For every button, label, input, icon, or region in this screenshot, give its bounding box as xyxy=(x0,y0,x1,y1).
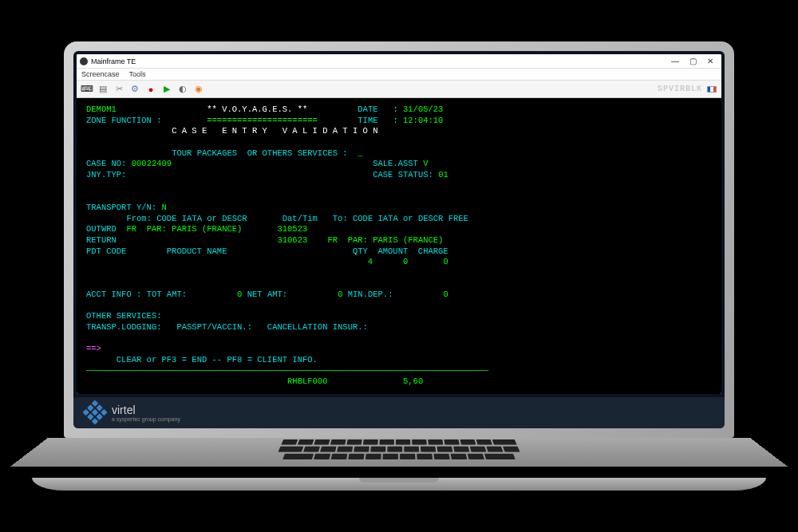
orange-icon[interactable]: ◉ xyxy=(193,84,204,95)
dattim-label: Dat/Tim xyxy=(282,214,318,223)
cancel-insur: CANCELLATION INSUR.: xyxy=(267,322,368,332)
jny-typ-label: JNY.TYP: xyxy=(86,170,126,179)
laptop-notch xyxy=(359,478,439,483)
flag-fr-icon[interactable] xyxy=(707,86,717,93)
status-code: RHBLF000 xyxy=(287,376,327,386)
case-no-label: CASE NO: xyxy=(86,159,126,168)
virtel-logo-icon xyxy=(82,400,107,425)
time-value: 12:04:10 xyxy=(403,116,443,125)
zone-label: ZONE FUNCTION : xyxy=(86,116,162,125)
amount[interactable]: 0 xyxy=(403,257,408,266)
stop-icon[interactable]: ◐ xyxy=(177,84,188,95)
tot-amt: 0 xyxy=(237,290,242,299)
return-label: RETURN xyxy=(86,235,117,245)
outward-label: OUTWRD xyxy=(86,224,117,234)
command-prompt[interactable]: ==> xyxy=(86,344,101,353)
laptop-keyboard xyxy=(10,438,787,467)
case-no[interactable]: 00022409 xyxy=(132,159,172,168)
outward-date[interactable]: 310523 xyxy=(277,224,307,234)
window-title: Mainframe TE xyxy=(91,57,136,65)
return-to[interactable]: FR PAR: PARIS (FRANCE) xyxy=(327,235,443,245)
menubar: Screencase Tools xyxy=(77,69,721,81)
brand-tagline: a syspertec group company xyxy=(112,416,180,422)
brand-footer: virtel a syspertec group company xyxy=(73,397,725,428)
app-icon xyxy=(80,57,88,65)
laptop-frame: Mainframe TE — ▢ ✕ Screencase Tools ⌨ ▤ … xyxy=(64,41,734,491)
app-window: Mainframe TE — ▢ ✕ Screencase Tools ⌨ ▤ … xyxy=(77,54,721,394)
passpt-vaccin: PASSPT/VACCIN.: xyxy=(176,322,252,332)
outward-from[interactable]: FR PAR: PARIS (FRANCE) xyxy=(126,224,242,234)
close-button[interactable]: ✕ xyxy=(702,56,718,67)
toolbar: ⌨ ▤ ✂ ⚙ ● ▶ ◐ ◉ SPVIRBLK xyxy=(77,81,721,98)
transport-label: TRANSPORT Y/N: xyxy=(86,203,156,212)
return-date[interactable]: 310623 xyxy=(277,235,307,245)
terminal-screen[interactable]: DEMOM1 ** V.O.Y.A.G.E.S. ** DATE : 31/05… xyxy=(77,98,721,394)
demo-id: DEMOM1 xyxy=(86,104,117,114)
product-cols: PDT CODE PRODUCT NAME QTY AMOUNT CHARGE xyxy=(86,246,448,256)
keyboard-icon[interactable]: ⌨ xyxy=(81,84,93,95)
sale-asst-label: SALE.ASST xyxy=(373,159,418,168)
date-value: 31/05/23 xyxy=(403,104,443,114)
spvirblk-label: SPVIRBLK xyxy=(658,85,702,93)
settings-icon[interactable]: ⚙ xyxy=(129,84,140,95)
tour-value[interactable]: _ xyxy=(358,148,362,158)
brand-name: virtel xyxy=(112,404,136,416)
min-dep: 0 xyxy=(443,290,448,299)
laptop-base xyxy=(32,478,766,491)
menu-tools[interactable]: Tools xyxy=(129,70,146,78)
minimize-button[interactable]: — xyxy=(667,56,683,67)
screen-bezel: Mainframe TE — ▢ ✕ Screencase Tools ⌨ ▤ … xyxy=(64,41,734,438)
case-status-label: CASE STATUS: xyxy=(373,170,433,179)
hint-text: CLEAR or PF3 = END -- PF8 = CLIENT INFO. xyxy=(117,355,318,365)
case-status[interactable]: 01 xyxy=(438,170,448,179)
titlebar: Mainframe TE — ▢ ✕ xyxy=(77,54,721,69)
subtitle: C A S E E N T R Y V A L I D A T I O N xyxy=(172,126,377,136)
app-title: ** V.O.Y.A.G.E.S. ** xyxy=(207,104,307,114)
tour-label: TOUR PACKAGES OR OTHERS SERVICES : xyxy=(172,148,348,158)
zone-sep: ====================== xyxy=(207,116,318,125)
transport-yn[interactable]: N xyxy=(162,203,167,212)
cursor-pos: 5,60 xyxy=(403,376,423,386)
acct-label: ACCT INFO : xyxy=(86,290,141,299)
from-label: From: CODE IATA or DESCR xyxy=(126,214,247,223)
other-services-label: OTHER SERVICES: xyxy=(86,311,162,321)
transp-lodging: TRANSP.LODGING: xyxy=(86,322,162,332)
cut-icon[interactable]: ✂ xyxy=(113,84,124,95)
screen: Mainframe TE — ▢ ✕ Screencase Tools ⌨ ▤ … xyxy=(73,51,725,428)
play-icon[interactable]: ▶ xyxy=(161,84,172,95)
tot-label: TOT AMT: xyxy=(147,290,187,299)
menu-screencase[interactable]: Screencase xyxy=(81,70,120,78)
date-label: DATE xyxy=(358,104,377,114)
net-amt: 0 xyxy=(338,290,342,299)
charge[interactable]: 0 xyxy=(443,257,448,266)
maximize-button[interactable]: ▢ xyxy=(685,56,701,67)
min-label: MIN.DEP.: xyxy=(348,290,393,299)
to-label: To: CODE IATA or DESCR FREE xyxy=(333,214,468,223)
record-icon[interactable]: ● xyxy=(145,84,156,95)
qty[interactable]: 4 xyxy=(368,257,373,266)
sale-asst[interactable]: V xyxy=(423,159,428,168)
time-label: TIME xyxy=(358,116,377,125)
net-label: NET AMT: xyxy=(247,290,287,299)
document-icon[interactable]: ▤ xyxy=(97,84,109,95)
